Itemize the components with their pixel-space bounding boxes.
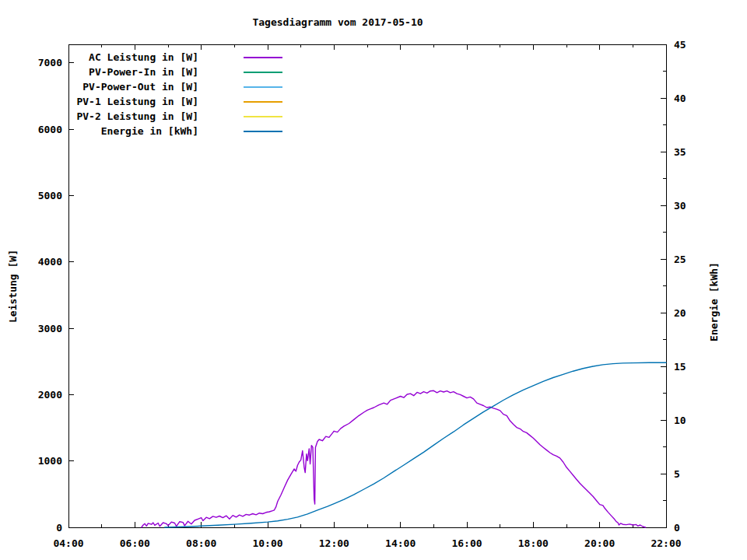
y-left-tick-label: 6000: [38, 124, 62, 135]
legend: AC Leistung in [W]PV-Power-In in [W]PV-P…: [74, 50, 282, 138]
legend-item-label: AC Leistung in [W]: [74, 51, 198, 63]
legend-line-sample: [244, 86, 282, 88]
x-tick-label: 06:00: [120, 537, 150, 549]
legend-item: PV-2 Leistung in [W]: [74, 109, 282, 124]
y-left-tick-label: 5000: [38, 190, 62, 201]
legend-item: Energie in [kWh]: [74, 124, 282, 138]
y-left-tick-label: 3000: [38, 323, 62, 334]
legend-item-label: Energie in [kWh]: [74, 125, 198, 137]
legend-line-sample: [244, 131, 282, 132]
series-line-ac-leistung-in-w: [142, 390, 646, 527]
x-tick-label: 04:00: [53, 537, 83, 549]
legend-item-label: PV-2 Leistung in [W]: [74, 110, 198, 122]
y-right-tick-label: 15: [674, 361, 686, 373]
legend-item: AC Leistung in [W]: [74, 50, 282, 65]
x-tick-label: 08:00: [186, 537, 216, 549]
legend-item-label: PV-Power-In in [W]: [74, 66, 198, 78]
legend-item: PV-1 Leistung in [W]: [74, 94, 282, 109]
x-tick-label: 12:00: [319, 537, 349, 549]
legend-line-sample: [244, 101, 282, 103]
legend-line-sample: [244, 72, 282, 73]
x-tick-label: 16:00: [451, 537, 482, 549]
y-right-tick-label: 10: [674, 415, 686, 426]
legend-item: PV-Power-Out in [W]: [74, 79, 282, 94]
y-right-tick-label: 35: [674, 146, 686, 158]
legend-item-label: PV-1 Leistung in [W]: [74, 96, 198, 107]
y-left-tick-label: 2000: [38, 389, 62, 401]
x-tick-label: 14:00: [385, 537, 416, 549]
chart-screen: Tagesdiagramm vom 2017-05-10 Leistung [W…: [0, 0, 747, 560]
x-tick-label: 18:00: [518, 537, 549, 549]
legend-line-sample: [244, 116, 282, 117]
y-right-tick-label: 0: [674, 522, 680, 534]
x-tick-label: 10:00: [252, 537, 282, 549]
y-left-tick-label: 1000: [38, 455, 62, 467]
y-left-tick-label: 7000: [38, 57, 62, 68]
series-line-energie-in-kwh: [165, 362, 666, 527]
y-left-tick-label: 4000: [38, 256, 62, 268]
y-right-tick-label: 45: [674, 39, 686, 51]
y-right-tick-label: 25: [674, 254, 686, 265]
y-left-tick-label: 0: [56, 522, 62, 534]
x-tick-label: 20:00: [584, 537, 615, 549]
legend-line-sample: [244, 57, 282, 58]
y-right-tick-label: 30: [674, 200, 686, 212]
y-right-tick-label: 40: [674, 93, 686, 104]
legend-item-label: PV-Power-Out in [W]: [74, 81, 198, 93]
y-right-tick-label: 20: [674, 307, 686, 319]
legend-item: PV-Power-In in [W]: [74, 65, 282, 79]
x-tick-label: 22:00: [651, 537, 681, 549]
y-right-tick-label: 5: [674, 468, 680, 480]
